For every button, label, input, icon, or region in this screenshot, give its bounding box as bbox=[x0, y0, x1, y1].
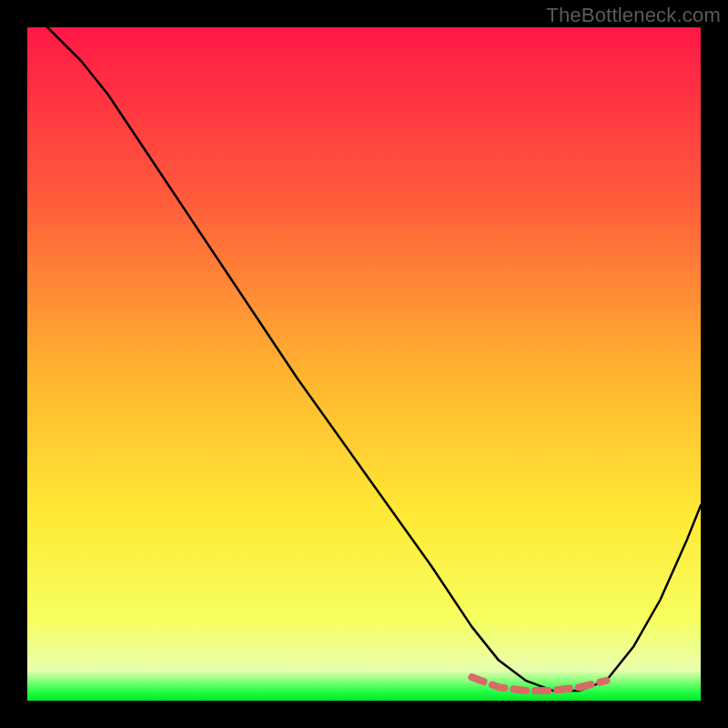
plot-background bbox=[27, 27, 701, 701]
chart-frame: TheBottleneck.com bbox=[0, 0, 728, 728]
bottleneck-chart bbox=[0, 0, 728, 728]
attribution-label: TheBottleneck.com bbox=[546, 4, 721, 27]
